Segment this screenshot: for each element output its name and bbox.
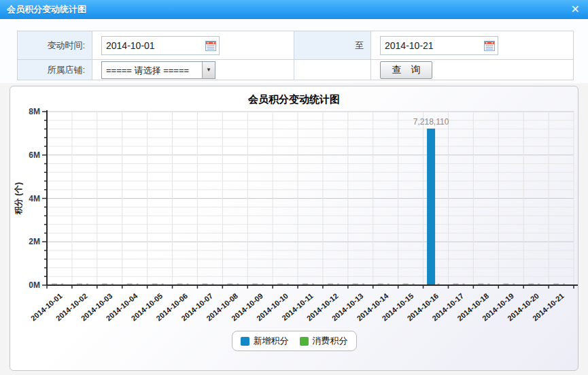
chart-title: 会员积分变动统计图: [10, 86, 578, 107]
date-to-input[interactable]: [381, 37, 480, 54]
date-to-inputwrap: [380, 36, 498, 55]
points-bar-chart: 7,218,1100M2M4M6M8M2014-10-012014-10-022…: [10, 107, 578, 329]
chevron-down-icon: ▼: [206, 67, 211, 73]
legend-label: 消费积分: [313, 335, 348, 347]
close-icon[interactable]: ✕: [571, 4, 580, 15]
date-from-inputwrap: [101, 36, 220, 55]
calendar-icon[interactable]: [205, 41, 216, 51]
legend-item[interactable]: 消费积分: [300, 335, 348, 347]
legend-swatch: [300, 337, 309, 346]
y-tick-label: 0M: [29, 280, 40, 290]
chart-panel: 会员积分变动统计图 7,218,1100M2M4M6M8M2014-10-012…: [10, 86, 578, 371]
legend-item[interactable]: 新增积分: [241, 335, 289, 347]
bar-value-label: 7,218,110: [413, 117, 449, 127]
points-statistics-dialog: 会员积分变动统计图 ✕ 变动时间:: [0, 0, 588, 375]
y-tick-label: 8M: [29, 107, 40, 116]
filter-table: 变动时间: 至: [17, 31, 574, 80]
y-tick-label: 6M: [29, 150, 40, 160]
shop-label: 所属店铺:: [18, 60, 92, 80]
chart-section: 会员积分变动统计图 7,218,1100M2M4M6M8M2014-10-012…: [0, 83, 588, 375]
dialog-title: 会员积分变动统计图: [7, 3, 86, 16]
y-axis-title: 积分 (个): [14, 182, 23, 215]
chart-legend: 新增积分消费积分: [232, 331, 357, 351]
date-range-label: 变动时间:: [18, 31, 92, 60]
chart-canvas: 7,218,1100M2M4M6M8M2014-10-012014-10-022…: [10, 107, 578, 329]
bar-新增积分[interactable]: [427, 129, 435, 285]
date-from-input[interactable]: [102, 37, 201, 54]
legend-swatch: [241, 337, 249, 346]
y-tick-label: 2M: [29, 237, 40, 246]
shop-select-value: ===== 请选择 =====: [102, 62, 202, 78]
select-dropdown-button[interactable]: ▼: [202, 62, 215, 78]
calendar-icon[interactable]: [484, 41, 495, 51]
filter-form: 变动时间: 至: [0, 19, 588, 83]
legend-label: 新增积分: [254, 335, 289, 347]
shop-select[interactable]: ===== 请选择 ===== ▼: [101, 61, 215, 79]
y-tick-label: 4M: [29, 194, 40, 203]
to-label: 至: [294, 31, 371, 60]
query-button[interactable]: 查 询: [380, 61, 432, 79]
dialog-titlebar: 会员积分变动统计图 ✕: [0, 0, 588, 19]
